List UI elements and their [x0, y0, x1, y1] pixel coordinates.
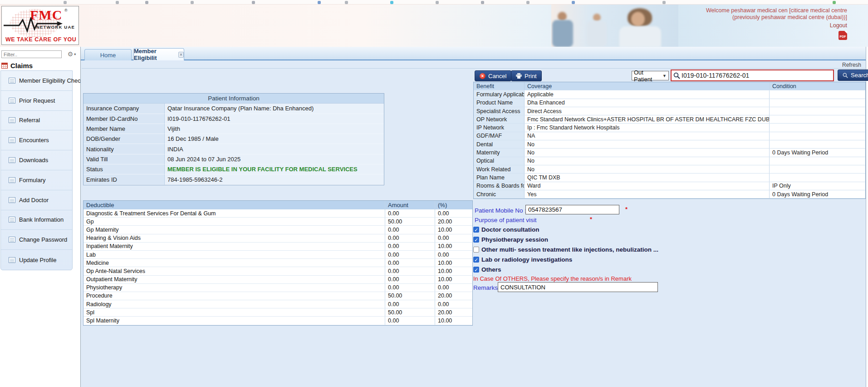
table-row: Spl Maternity 0.00 10.00 — [83, 317, 472, 325]
table-row: Rooms & Boards for hospitalisation Ward … — [474, 182, 865, 190]
table-row: Maternity No 0 Days Waiting Period — [474, 149, 865, 157]
bookmark-favicon — [390, 1, 393, 4]
welcome-text-line1: Welcome peshawar medical cen [citicare m… — [593, 7, 847, 14]
table-row: Plan Name QIC TM DXB — [474, 174, 865, 182]
purpose-checkbox-row: ✓Doctor consultation — [473, 226, 539, 233]
sidebar-item[interactable]: Add Doctor — [1, 190, 72, 210]
form-icon — [9, 117, 15, 123]
table-row: Procedure 50.00 20.00 — [83, 292, 472, 300]
table-row: Status MEMBER IS ELIGIBLE IN YOUR FACILI… — [83, 164, 384, 174]
logout-link[interactable]: Logout — [830, 22, 847, 29]
search-box — [671, 69, 834, 81]
bookmark-favicon — [833, 1, 836, 4]
search-icon — [843, 73, 848, 78]
header-banner: FMC ® NETWORK UAE WE TAKE CARE OF YOU We… — [0, 5, 868, 47]
column-header: Deductible — [83, 201, 385, 209]
table-row: Emirates ID 784-1985-5963246-2 — [83, 174, 384, 184]
printer-icon — [516, 73, 522, 79]
checkbox-label: Doctor consultation — [481, 226, 539, 233]
checkbox-unchecked-icon[interactable] — [473, 247, 479, 253]
sidebar-item[interactable]: Formulary — [1, 170, 72, 190]
checkbox-checked-icon[interactable]: ✓ — [473, 227, 479, 233]
table-row: Specialist Access Direct Access — [474, 107, 865, 115]
sidebar-item[interactable]: Encounters — [1, 130, 72, 150]
visit-type-select[interactable]: Out Patient ▼ — [632, 71, 669, 80]
logo-tagline: WE TAKE CARE OF YOU — [5, 36, 76, 43]
search-button[interactable]: Search — [838, 69, 868, 81]
refresh-link[interactable]: Refresh — [842, 62, 861, 68]
table-row: Op Ante-Natal Services 0.00 10.00 — [83, 267, 472, 275]
print-button[interactable]: Print — [511, 70, 542, 81]
table-row: Formulary Applicable Applicable — [474, 90, 865, 99]
logo-registered-mark: ® — [64, 8, 68, 13]
sidebar-filter-input[interactable] — [1, 50, 62, 58]
pdf-export-icon[interactable]: PDF — [839, 31, 847, 40]
checkbox-checked-icon[interactable]: ✓ — [473, 257, 479, 263]
form-icon — [9, 197, 15, 203]
claims-module-icon — [1, 63, 8, 69]
table-row: Dental No — [474, 140, 865, 149]
chevron-down-icon: ▼ — [662, 74, 667, 78]
purpose-checkbox-row: ✓Physiotherapy session — [473, 236, 548, 243]
bookmark-favicon — [662, 1, 666, 4]
table-row: Diagnostic & Treatment Services For Dent… — [83, 209, 472, 218]
bookmark-favicon — [252, 1, 255, 4]
content-area: Home Member Eligibilit × Refresh Patient… — [81, 47, 866, 387]
bookmark-favicon — [191, 1, 194, 4]
table-row: Product Name Dha Enhanced — [474, 99, 865, 107]
checkbox-checked-icon[interactable]: ✓ — [473, 237, 479, 243]
sidebar-item[interactable]: Change Password — [1, 230, 72, 250]
table-row: Medicine 0.00 10.00 — [83, 259, 472, 267]
column-header: Condition — [770, 82, 865, 90]
form-icon — [9, 237, 15, 243]
sidebar-settings-button[interactable]: ⚙ ▾ — [64, 50, 79, 58]
sidebar-item[interactable]: Referral — [1, 111, 72, 131]
patient-information-title: Patient Information — [83, 94, 384, 104]
form-icon — [9, 177, 15, 183]
search-icon — [673, 72, 680, 79]
bookmark-favicon — [526, 1, 530, 4]
checkbox-label: Lab or radiology investigations — [481, 256, 572, 263]
bookmark-favicon — [481, 1, 484, 4]
table-row: DOB/Gender 16 Dec 1985 / Male — [83, 134, 384, 144]
form-icon — [9, 257, 15, 263]
sidebar-item[interactable]: Update Profile — [1, 250, 72, 270]
sidebar-item[interactable]: Downloads — [1, 150, 72, 170]
bookmark-favicon — [572, 1, 575, 4]
bookmark-favicon — [116, 1, 119, 4]
table-row: Gp Maternity 0.00 10.00 — [83, 226, 472, 234]
sidebar-item[interactable]: Member Eligibility Check — [1, 71, 72, 91]
table-row: Radiology 0.00 0.00 — [83, 300, 472, 308]
browser-bookmarks-strip — [0, 0, 868, 5]
sidebar-item[interactable]: Prior Request — [1, 91, 72, 111]
table-row: Hearing & Vision Aids 0.00 0.00 — [83, 234, 472, 243]
table-row: Nationality INDIA — [83, 144, 384, 154]
others-instruction-text: In Case Of OTHERS, Please specify the re… — [473, 275, 632, 282]
member-search-input[interactable] — [682, 72, 831, 79]
table-row: Work Related No — [474, 165, 865, 174]
sidebar-section-title: Claims — [10, 62, 33, 69]
patient-mobile-input[interactable] — [525, 205, 619, 214]
tab-close-icon[interactable]: × — [178, 52, 184, 58]
purpose-checkbox-row: Other multi- session treatment like inje… — [473, 246, 658, 253]
table-row: Optical No — [474, 157, 865, 165]
form-icon — [9, 157, 15, 163]
remarks-input[interactable] — [498, 282, 658, 292]
tab-member-eligibility[interactable]: Member Eligibilit × — [133, 48, 184, 60]
chevron-down-icon: ▾ — [74, 52, 76, 56]
checkbox-checked-icon[interactable]: ✓ — [473, 267, 479, 273]
cancel-button[interactable]: × Cancel — [475, 70, 511, 81]
checkbox-label: Others — [481, 266, 501, 273]
sidebar-item[interactable]: Bank Information — [1, 210, 72, 230]
table-row: IP Network Ip : Fmc Standard Network Hos… — [474, 124, 865, 132]
column-header: Benefit — [474, 82, 525, 90]
table-row: Gp 50.00 20.00 — [83, 218, 472, 226]
required-marker: * — [590, 216, 592, 223]
table-row: Inpatient Maternity 0.00 10.00 — [83, 243, 472, 251]
column-header: Coverage — [525, 82, 770, 90]
tab-home[interactable]: Home — [84, 49, 132, 60]
required-marker: * — [625, 206, 628, 213]
table-row: Lab 0.00 0.00 — [83, 251, 472, 259]
sidebar: ⚙ ▾ Claims Member Eligibility Check Prio… — [0, 47, 81, 387]
bookmark-favicon — [436, 1, 439, 4]
